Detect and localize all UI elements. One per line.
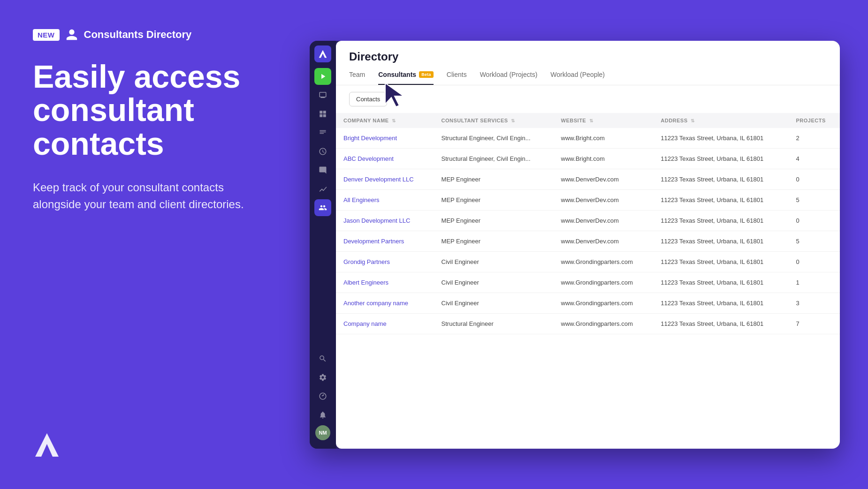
cell-projects: 0 <box>789 169 840 189</box>
beta-badge: Beta <box>419 71 434 78</box>
sidebar-item-compass[interactable] <box>314 388 331 405</box>
cell-services: Civil Engineer <box>434 272 554 293</box>
cell-projects: 5 <box>789 231 840 251</box>
table-row: Grondig PartnersCivil Engineerwww.Grondi… <box>336 251 840 272</box>
contacts-button[interactable]: Contacts <box>349 92 387 106</box>
cell-services: MEP Engineer <box>434 231 554 251</box>
main-content: Directory Team Consultants Beta Clients … <box>336 41 840 449</box>
table-header-row: COMPANY NAME ⇅ CONSULTANT SERVICES ⇅ WEB… <box>336 113 840 128</box>
cell-services: Structural Engineer, Civil Engin... <box>434 128 554 149</box>
cell-company[interactable]: Grondig Partners <box>336 251 434 272</box>
svg-marker-0 <box>35 433 59 457</box>
cell-services: Civil Engineer <box>434 251 554 272</box>
table-row: Jason Development LLCMEP Engineerwww.Den… <box>336 210 840 231</box>
table-row: Albert EngineersCivil Engineerwww.Grondi… <box>336 272 840 293</box>
cell-services: MEP Engineer <box>434 210 554 231</box>
sidebar-item-search[interactable] <box>314 350 331 367</box>
col-address: ADDRESS ⇅ <box>653 113 788 128</box>
col-company: COMPANY NAME ⇅ <box>336 113 434 128</box>
cell-website: www.Bright.com <box>554 128 654 149</box>
cell-company[interactable]: Company name <box>336 313 434 334</box>
sidebar-item-grid[interactable] <box>314 105 331 122</box>
cell-projects: 5 <box>789 189 840 210</box>
tab-consultants[interactable]: Consultants Beta <box>378 71 434 85</box>
new-badge: NEW <box>33 29 60 41</box>
svg-marker-1 <box>319 50 327 58</box>
left-panel: NEW Consultants Directory Easily access … <box>0 0 291 489</box>
table-container: COMPANY NAME ⇅ CONSULTANT SERVICES ⇅ WEB… <box>336 113 840 449</box>
sidebar-item-bell[interactable] <box>314 406 331 423</box>
toolbar: Contacts <box>336 85 840 113</box>
badge-row: NEW Consultants Directory <box>33 28 263 41</box>
sidebar-item-list[interactable] <box>314 124 331 141</box>
headline: Easily access consultant contacts <box>33 60 263 160</box>
table-row: Company nameStructural Engineerwww.Grond… <box>336 313 840 334</box>
svg-marker-2 <box>385 83 404 107</box>
sidebar-item-people[interactable] <box>314 199 331 216</box>
cell-company[interactable]: Development Partners <box>336 231 434 251</box>
cell-website: www.DenverDev.com <box>554 210 654 231</box>
cell-address: 11223 Texas Street, Urbana, IL 61801 <box>653 272 788 293</box>
cell-projects: 3 <box>789 293 840 313</box>
table-row: Development PartnersMEP Engineerwww.Denv… <box>336 231 840 251</box>
tab-team[interactable]: Team <box>349 71 365 85</box>
cell-website: www.Grondingparters.com <box>554 293 654 313</box>
cell-services: Civil Engineer <box>434 293 554 313</box>
cell-projects: 0 <box>789 210 840 231</box>
table-body: Bright DevelopmentStructural Engineer, C… <box>336 128 840 334</box>
cell-projects: 2 <box>789 128 840 149</box>
cell-company[interactable]: ABC Development <box>336 148 434 169</box>
cell-projects: 7 <box>789 313 840 334</box>
user-avatar[interactable]: NM <box>315 425 330 440</box>
col-projects: PROJECTS <box>789 113 840 128</box>
cell-company[interactable]: Jason Development LLC <box>336 210 434 231</box>
cell-website: www.DenverDev.com <box>554 231 654 251</box>
cell-website: www.Grondingparters.com <box>554 272 654 293</box>
sidebar-item-play[interactable] <box>314 68 331 85</box>
cell-address: 11223 Texas Street, Urbana, IL 61801 <box>653 148 788 169</box>
badge-title: Consultants Directory <box>84 29 192 41</box>
cell-address: 11223 Texas Street, Urbana, IL 61801 <box>653 313 788 334</box>
sidebar-item-chat[interactable] <box>314 162 331 179</box>
tab-workload-people[interactable]: Workload (People) <box>550 71 605 85</box>
table-row: Another company nameCivil Engineerwww.Gr… <box>336 293 840 313</box>
cell-address: 11223 Texas Street, Urbana, IL 61801 <box>653 210 788 231</box>
tab-clients[interactable]: Clients <box>447 71 467 85</box>
cell-company[interactable]: Bright Development <box>336 128 434 149</box>
cell-website: www.Grondingparters.com <box>554 313 654 334</box>
cell-company[interactable]: Albert Engineers <box>336 272 434 293</box>
cell-projects: 0 <box>789 251 840 272</box>
table-row: ABC DevelopmentStructural Engineer, Civi… <box>336 148 840 169</box>
sidebar-item-monitor[interactable] <box>314 87 331 104</box>
cell-address: 11223 Texas Street, Urbana, IL 61801 <box>653 293 788 313</box>
cell-company[interactable]: Denver Development LLC <box>336 169 434 189</box>
cell-address: 11223 Texas Street, Urbana, IL 61801 <box>653 231 788 251</box>
table-row: Denver Development LLCMEP Engineerwww.De… <box>336 169 840 189</box>
cell-projects: 1 <box>789 272 840 293</box>
cell-website: www.DenverDev.com <box>554 189 654 210</box>
sidebar-item-clock[interactable] <box>314 143 331 160</box>
col-services: CONSULTANT SERVICES ⇅ <box>434 113 554 128</box>
cell-company[interactable]: All Engineers <box>336 189 434 210</box>
table-row: All EngineersMEP Engineerwww.DenverDev.c… <box>336 189 840 210</box>
cell-address: 11223 Texas Street, Urbana, IL 61801 <box>653 189 788 210</box>
cell-website: www.Bright.com <box>554 148 654 169</box>
cell-services: MEP Engineer <box>434 189 554 210</box>
sidebar-item-analytics[interactable] <box>314 181 331 197</box>
cell-company[interactable]: Another company name <box>336 293 434 313</box>
cell-website: www.Grondingparters.com <box>554 251 654 272</box>
cell-services: Structural Engineer <box>434 313 554 334</box>
sidebar-item-settings[interactable] <box>314 369 331 386</box>
subtext: Keep track of your consultant contacts a… <box>33 179 258 213</box>
cell-address: 11223 Texas Street, Urbana, IL 61801 <box>653 128 788 149</box>
cell-website: www.DenverDev.com <box>554 169 654 189</box>
cell-services: MEP Engineer <box>434 169 554 189</box>
cell-projects: 4 <box>789 148 840 169</box>
cell-address: 11223 Texas Street, Urbana, IL 61801 <box>653 251 788 272</box>
page-title: Directory <box>349 50 827 63</box>
sidebar: NM <box>310 41 336 449</box>
app-logo <box>314 45 331 62</box>
logo-bottom <box>33 431 263 461</box>
cell-address: 11223 Texas Street, Urbana, IL 61801 <box>653 169 788 189</box>
tab-workload-projects[interactable]: Workload (Projects) <box>480 71 538 85</box>
